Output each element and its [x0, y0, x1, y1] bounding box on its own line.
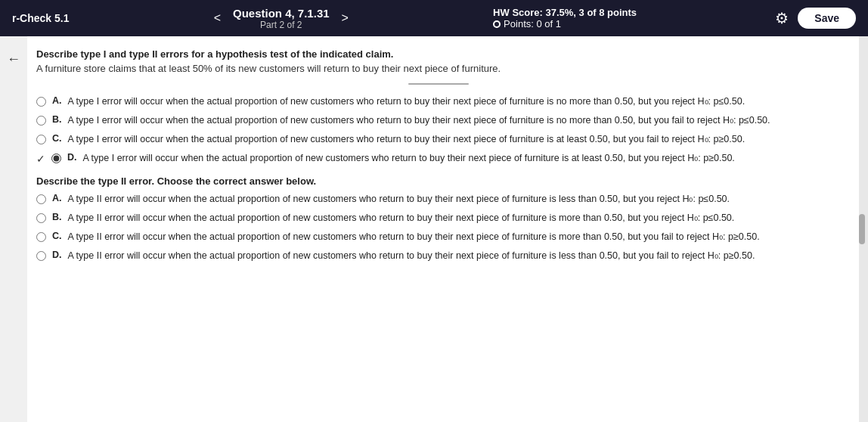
type2-section-title: Describe the type II error. Choose the c… — [36, 175, 841, 187]
type2-radio-a[interactable] — [36, 194, 46, 204]
checkmark-icon: ✓ — [36, 153, 45, 165]
type1-options-list: A.A type I error will occur when the act… — [36, 95, 841, 165]
circle-icon — [493, 20, 501, 28]
option-text: A type II error will occur when the actu… — [68, 193, 730, 204]
type2-radio-b[interactable] — [36, 213, 46, 223]
header-bar: r-Check 5.1 < Question 4, 7.1.31 Part 2 … — [0, 0, 868, 36]
type1-option-c: C.A type I error will occur when the act… — [36, 133, 841, 144]
type2-options-list: A.A type II error will occur when the ac… — [36, 193, 841, 261]
option-text: A type II error will occur when the actu… — [68, 212, 735, 223]
next-question-button[interactable]: > — [336, 8, 355, 28]
option-text: A type I error will occur when the actua… — [83, 152, 735, 163]
prev-question-button[interactable]: < — [208, 8, 227, 28]
option-label: A. — [52, 95, 62, 106]
points-text: Points: 0 of 1 — [504, 18, 561, 29]
option-label: C. — [52, 231, 62, 241]
type1-option-b: B.A type I error will occur when the act… — [36, 114, 841, 126]
option-text: A type I error will occur when the actua… — [68, 95, 746, 107]
option-text: A type II error will occur when the actu… — [68, 231, 760, 242]
option-text: A type I error will occur when the actua… — [68, 114, 770, 126]
type1-option-a: A.A type I error will occur when the act… — [36, 95, 841, 107]
option-text: A type I error will occur when the actua… — [68, 133, 746, 144]
type2-option-d: D.A type II error will occur when the ac… — [36, 250, 841, 261]
question-subtext: A furniture store claims that at least 5… — [36, 63, 841, 74]
option-label: D. — [52, 250, 62, 260]
question-nav: < Question 4, 7.1.31 Part 2 of 2 > — [208, 7, 355, 30]
content-area: Describe type I and type II errors for a… — [27, 36, 859, 422]
settings-button[interactable]: ⚙ — [775, 9, 789, 27]
type2-radio-d[interactable] — [36, 251, 46, 261]
type2-option-b: B.A type II error will occur when the ac… — [36, 212, 841, 223]
question-prompt: Describe type I and type II errors for a… — [36, 48, 841, 60]
score-area: HW Score: 37.5%, 3 of 8 points Points: 0… — [493, 7, 637, 29]
header-right: ⚙ Save — [775, 8, 856, 29]
scrollbar-thumb[interactable] — [859, 214, 865, 244]
divider — [408, 83, 469, 85]
scrollbar-area — [859, 36, 868, 422]
save-button[interactable]: Save — [798, 8, 856, 29]
option-label: A. — [52, 193, 62, 203]
app-title: r-Check 5.1 — [12, 12, 69, 24]
points-label: Points: 0 of 1 — [493, 18, 561, 29]
type2-option-c: C.A type II error will occur when the ac… — [36, 231, 841, 242]
hw-score-label: HW Score: 37.5%, 3 of 8 points — [493, 7, 637, 18]
type1-radio-d[interactable] — [51, 154, 61, 163]
type2-option-a: A.A type II error will occur when the ac… — [36, 193, 841, 204]
option-label: D. — [67, 152, 77, 163]
type1-option-d: ✓D.A type I error will occur when the ac… — [36, 152, 841, 165]
part-label: Part 2 of 2 — [260, 20, 302, 30]
app-title-area: r-Check 5.1 — [12, 12, 69, 24]
back-arrow-button[interactable]: ← — [7, 51, 20, 67]
type1-radio-a[interactable] — [36, 97, 46, 107]
type1-radio-b[interactable] — [36, 116, 46, 126]
left-sidebar: ← — [0, 36, 27, 422]
option-label: B. — [52, 114, 62, 125]
question-info: Question 4, 7.1.31 Part 2 of 2 — [233, 7, 330, 30]
option-label: C. — [52, 133, 62, 144]
type2-radio-c[interactable] — [36, 232, 46, 242]
type1-radio-c[interactable] — [36, 135, 46, 144]
question-title: Question 4, 7.1.31 — [233, 7, 330, 20]
option-text: A type II error will occur when the actu… — [68, 250, 755, 261]
option-label: B. — [52, 212, 62, 222]
